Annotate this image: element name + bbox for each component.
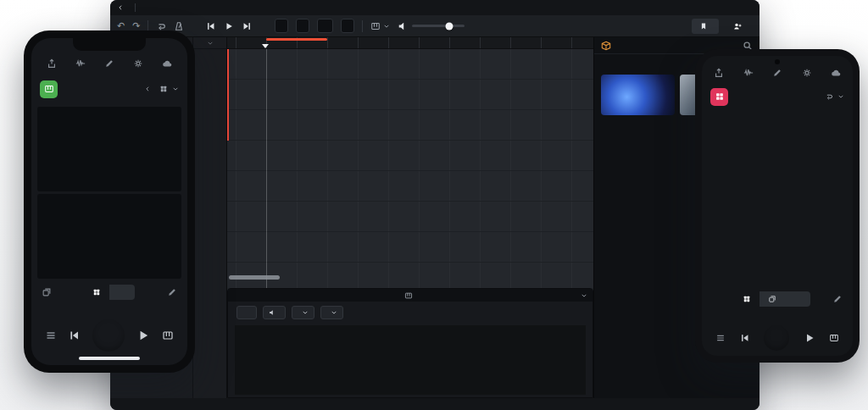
key-selector[interactable]	[296, 19, 309, 33]
playhead-marker[interactable]	[262, 44, 269, 48]
grid-view-icon[interactable]	[159, 85, 168, 93]
time-signature-selector[interactable]	[341, 19, 354, 33]
instrument-controls	[228, 302, 593, 324]
loop-toggle-button[interactable]	[156, 21, 166, 31]
pedal-icon	[269, 309, 275, 316]
play-button[interactable]	[136, 329, 150, 342]
phone-undo-row	[31, 302, 187, 316]
octave-control[interactable]	[236, 306, 257, 319]
favorite-thumbnail[interactable]	[601, 75, 675, 115]
panel-collapse-button[interactable]	[581, 292, 587, 299]
gear-icon[interactable]	[133, 58, 143, 69]
scale-dropdown[interactable]	[320, 306, 343, 319]
chevron-down-icon[interactable]	[172, 86, 179, 92]
packs-icon	[601, 41, 611, 51]
arrangement-area	[227, 37, 593, 288]
gear-icon[interactable]	[802, 68, 812, 78]
undo-button[interactable]: ↶	[117, 21, 125, 30]
piano-icon	[370, 21, 381, 31]
phone-toolbar	[31, 53, 187, 75]
publish-button[interactable]	[726, 19, 753, 34]
menu-icon[interactable]	[715, 333, 726, 343]
horizontal-scrollbar[interactable]	[229, 275, 280, 280]
track-selection-indicator	[227, 49, 229, 141]
keyboard-icon[interactable]	[829, 333, 839, 343]
rewind-button[interactable]	[740, 333, 750, 343]
cloud-icon[interactable]	[831, 68, 841, 78]
phone-camera	[775, 59, 780, 64]
fx-mode-button[interactable]	[109, 285, 135, 300]
layers-icon[interactable]	[42, 287, 52, 297]
phone-keyboard[interactable]	[37, 107, 181, 279]
grid-mode-button[interactable]	[760, 291, 785, 307]
track-headers	[193, 37, 227, 398]
waveform-tab-icon[interactable]	[75, 58, 86, 69]
rewind-button[interactable]	[206, 21, 216, 31]
instrument-icon	[710, 88, 728, 106]
fx-mode-button[interactable]	[785, 291, 810, 307]
chevron-down-icon[interactable]	[837, 93, 844, 100]
track-headers-collapse[interactable]	[193, 37, 226, 49]
timeline-ruler[interactable]	[227, 37, 593, 49]
edit-tools-icon[interactable]	[832, 294, 843, 304]
export-icon[interactable]	[714, 68, 724, 78]
menu-icon[interactable]	[45, 330, 57, 341]
phone-right	[695, 49, 860, 363]
bpm-selector[interactable]	[317, 19, 333, 33]
chevron-left-icon	[117, 4, 124, 11]
pads-mode-button[interactable]	[734, 291, 760, 307]
phone-instrument-header[interactable]	[702, 83, 853, 110]
sync-icon[interactable]	[825, 92, 833, 101]
menu-separator	[135, 3, 136, 12]
waveform-tab-icon[interactable]	[743, 68, 754, 78]
master-volume-slider[interactable]	[412, 25, 465, 27]
phone-transport	[702, 320, 853, 356]
phone-mode-row	[31, 282, 187, 302]
rewind-button[interactable]	[69, 330, 81, 341]
clip-lanes[interactable]	[227, 49, 593, 288]
time-display	[275, 19, 288, 33]
instrument-panel-header[interactable]	[228, 289, 593, 302]
forward-button[interactable]	[242, 21, 252, 31]
record-button[interactable]	[764, 325, 789, 351]
record-button[interactable]	[259, 22, 267, 30]
phone-left	[24, 30, 195, 373]
virtual-keyboard[interactable]	[235, 325, 586, 395]
phone-undo-row	[702, 308, 853, 320]
metronome-button[interactable]	[174, 21, 184, 31]
play-button[interactable]	[804, 332, 815, 344]
loop-region-marker[interactable]	[266, 38, 327, 41]
chevron-down-icon	[302, 309, 309, 316]
key-dropdown[interactable]	[292, 306, 314, 319]
octave-left-icon[interactable]	[144, 86, 151, 92]
sustain-toggle[interactable]	[263, 306, 286, 319]
instrument-selector[interactable]	[370, 21, 390, 31]
instrument-panel	[227, 288, 593, 398]
keyboard-icon[interactable]	[162, 330, 174, 341]
pad-grid	[709, 114, 846, 286]
edit-icon[interactable]	[772, 68, 782, 78]
redo-button[interactable]: ↷	[132, 21, 140, 30]
cloud-icon[interactable]	[162, 58, 172, 69]
bookmark-icon	[699, 22, 708, 30]
desktop-background: ↶ ↷	[0, 0, 868, 410]
record-button[interactable]	[92, 319, 125, 352]
home-indicator	[79, 357, 140, 360]
instrument-icon	[40, 80, 58, 98]
playhead-line	[266, 49, 267, 288]
keyboard-mode-button[interactable]	[84, 285, 109, 300]
exit-button[interactable]	[117, 4, 126, 11]
daw-window: ↶ ↷	[110, 0, 760, 410]
phone-instrument-header[interactable]	[31, 75, 187, 103]
play-button[interactable]	[224, 21, 234, 31]
phone-notch	[73, 38, 146, 51]
transport-bar: ↶ ↷	[110, 15, 760, 37]
phone-mode-row	[702, 290, 853, 308]
volume-knob[interactable]	[445, 22, 453, 30]
save-button[interactable]	[692, 19, 719, 34]
chevron-down-icon	[383, 23, 390, 30]
edit-icon[interactable]	[104, 58, 114, 69]
menu-bar	[110, 0, 760, 15]
edit-tools-icon[interactable]	[167, 287, 177, 297]
export-icon[interactable]	[47, 58, 57, 69]
